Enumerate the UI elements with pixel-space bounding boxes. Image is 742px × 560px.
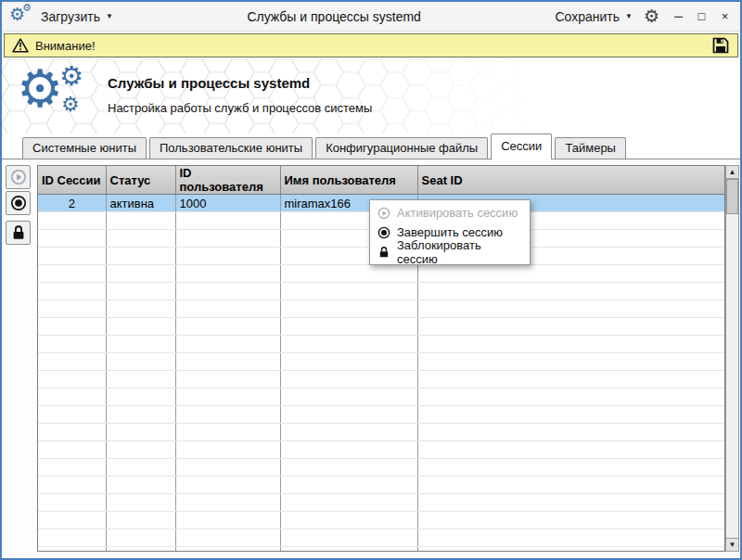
col-session-id[interactable]: ID Сессии [38, 166, 106, 195]
systemd-gears-icon: ⚙ ⚙ ⚙ [17, 67, 96, 126]
tab-user-units[interactable]: Пользовательские юниты [149, 137, 313, 159]
window-title: Службы и процессы systemd [121, 9, 548, 24]
table-row-empty[interactable] [38, 406, 725, 424]
table-row-empty[interactable] [38, 300, 725, 318]
load-button-label: Загрузить [41, 9, 100, 24]
table-row-empty[interactable] [38, 371, 725, 388]
scroll-up-button[interactable]: ▲ [726, 166, 738, 179]
table-row-empty[interactable] [38, 283, 725, 300]
table-row-empty[interactable] [38, 459, 725, 477]
col-status[interactable]: Статус [106, 166, 175, 195]
scroll-down-button[interactable]: ▼ [726, 538, 738, 551]
cell-user-id: 1000 [175, 195, 280, 212]
menu-item-activate-session[interactable]: Активировать сессию [372, 203, 528, 223]
table-row-empty[interactable] [38, 353, 725, 371]
table-row-empty[interactable] [38, 477, 725, 494]
menu-item-label: Активировать сессию [397, 206, 518, 220]
titlebar: ⚙ ⚙ Загрузить ▼ Службы и процессы system… [2, 2, 740, 32]
lock-icon [377, 246, 390, 259]
load-button[interactable]: Загрузить ▼ [41, 9, 113, 24]
settings-gear-icon[interactable]: ⚙ [644, 6, 659, 27]
page-subtitle: Настройка работы служб и процессов систе… [108, 101, 372, 115]
warning-label: Внимание! [35, 39, 96, 53]
table-row-empty[interactable] [38, 318, 725, 336]
tab-bar: Системные юниты Пользовательские юниты К… [2, 134, 740, 159]
record-circle-icon [10, 195, 27, 211]
table-row-empty[interactable] [38, 388, 725, 406]
scrollbar-thumb[interactable] [726, 179, 738, 214]
cell-status: активна [106, 195, 175, 212]
tab-system-units[interactable]: Системные юниты [22, 137, 147, 159]
caret-down-icon: ▼ [106, 12, 113, 20]
banner: ⚙ ⚙ ⚙ Службы и процессы systemd Настройк… [2, 59, 740, 134]
warning-triangle-icon [12, 38, 29, 53]
save-floppy-icon[interactable] [711, 36, 730, 55]
menu-item-label: Заблокировать сессию [397, 238, 522, 266]
minimize-button[interactable]: ─ [671, 9, 686, 23]
col-user-name[interactable]: Имя пользователя [280, 166, 417, 195]
app-window: ⚙ ⚙ Загрузить ▼ Службы и процессы system… [0, 0, 742, 560]
app-gears-icon: ⚙ ⚙ [9, 5, 33, 29]
col-seat-id[interactable]: Seat ID [417, 166, 725, 195]
table-row-empty[interactable] [38, 529, 725, 547]
caret-down-icon: ▼ [625, 12, 633, 20]
warning-bar: Внимание! [4, 33, 738, 57]
menu-item-lock-session[interactable]: Заблокировать сессию [372, 242, 528, 261]
tab-sessions[interactable]: Сессии [491, 134, 552, 159]
table-row-empty[interactable] [38, 336, 725, 353]
page-title: Службы и процессы systemd [108, 75, 372, 91]
save-button-label: Сохранить [555, 9, 620, 24]
save-button[interactable]: Сохранить ▼ [555, 9, 633, 24]
close-button[interactable]: × [717, 9, 733, 23]
cell-session-id: 2 [38, 195, 106, 212]
table-row-empty[interactable] [38, 265, 725, 283]
maximize-button[interactable]: □ [694, 9, 710, 23]
play-circle-icon [10, 169, 27, 185]
tab-timers[interactable]: Таймеры [555, 137, 626, 159]
lock-session-button[interactable] [6, 221, 31, 245]
session-context-menu: Активировать сессию Завершить сессию Заб… [369, 199, 531, 265]
tab-config-files[interactable]: Конфигурационные файлы [315, 137, 488, 159]
play-circle-icon [377, 207, 390, 220]
activate-session-button[interactable] [6, 165, 31, 189]
table-row-empty[interactable] [38, 512, 725, 529]
col-user-id[interactable]: ID пользователя [175, 166, 280, 195]
table-scrollbar[interactable]: ▲ ▼ [725, 165, 739, 552]
table-row-empty[interactable] [38, 494, 725, 512]
table-row-empty[interactable] [38, 441, 725, 459]
table-row-empty[interactable] [38, 424, 725, 441]
record-circle-icon [377, 226, 390, 239]
table-row-empty[interactable] [38, 547, 725, 553]
table-header-row: ID Сессии Статус ID пользователя Имя пол… [38, 166, 725, 195]
lock-icon [10, 224, 27, 241]
terminate-session-button[interactable] [6, 191, 31, 215]
